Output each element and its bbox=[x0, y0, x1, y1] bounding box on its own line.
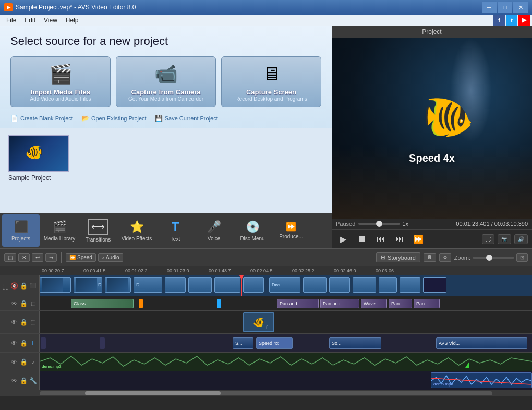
timeline-undo-button[interactable]: ↩ bbox=[32, 253, 43, 262]
fit-timeline-button[interactable]: ⊡ bbox=[516, 253, 528, 262]
audio-button[interactable]: ♪ Audio bbox=[98, 253, 123, 262]
text-clip-s[interactable]: S... bbox=[233, 337, 253, 349]
text-track-row: 👁 🔒 T S... Speed 4x So... AVS Vid... bbox=[0, 334, 532, 353]
effect-pan4[interactable]: Pan ... bbox=[414, 299, 440, 308]
twitter-icon[interactable]: t bbox=[506, 15, 517, 26]
import-title: Import Media Files bbox=[15, 88, 106, 96]
audio-track-visibility[interactable]: 👁 bbox=[10, 358, 18, 366]
video-clip-10[interactable] bbox=[329, 277, 350, 293]
fish-overlay-clip[interactable]: 🐠fi... bbox=[243, 312, 274, 332]
close-button[interactable]: ✕ bbox=[513, 2, 528, 13]
text-track-lock[interactable]: 🔒 bbox=[19, 339, 28, 347]
track-options-button[interactable]: ⚙ bbox=[439, 253, 451, 262]
stop-button[interactable]: ⏹ bbox=[355, 232, 369, 246]
video-clip-divi[interactable]: Divi... bbox=[269, 277, 300, 293]
video-clip-2[interactable]: D... bbox=[74, 277, 102, 293]
text-clip-so[interactable]: So... bbox=[329, 337, 381, 349]
open-existing-link[interactable]: 📂 Open Existing Project bbox=[81, 115, 147, 122]
audio-track-2-type[interactable]: 🔧 bbox=[29, 377, 37, 385]
video-clip-5[interactable] bbox=[165, 277, 186, 293]
overlay-track-lock[interactable]: 🔒 bbox=[19, 318, 28, 327]
minimize-button[interactable]: ─ bbox=[482, 2, 497, 13]
audio-track-2-lock[interactable]: 🔒 bbox=[19, 377, 28, 385]
video-clip-13[interactable] bbox=[400, 277, 420, 293]
effect-pan3[interactable]: Pan ... bbox=[389, 299, 412, 308]
clip-thumb-1 bbox=[42, 278, 63, 292]
video-track-lock[interactable]: 🔒 bbox=[19, 282, 28, 290]
speed-button[interactable]: ⏩ Speed bbox=[66, 253, 96, 262]
speed-slider-track[interactable] bbox=[358, 223, 400, 225]
create-blank-link[interactable]: 📄 Create Blank Project bbox=[10, 115, 73, 122]
video-clip-12[interactable] bbox=[379, 277, 397, 293]
overlay-track-type[interactable]: ⬚ bbox=[29, 318, 37, 327]
video-clip-1[interactable] bbox=[40, 277, 71, 293]
fullscreen-button[interactable]: ⛶ bbox=[482, 234, 494, 244]
video-effects-tool-button[interactable]: ⭐ Video Effects bbox=[118, 214, 155, 247]
menu-edit[interactable]: Edit bbox=[20, 16, 40, 25]
audio-track-type[interactable]: ♪ bbox=[29, 358, 37, 366]
text-track-type[interactable]: T bbox=[29, 339, 37, 347]
video-track-expand[interactable]: ⬛ bbox=[29, 282, 37, 290]
video-clip-14[interactable] bbox=[423, 277, 446, 293]
effect-pan1[interactable]: Pan and... bbox=[277, 299, 319, 308]
storyboard-button[interactable]: ⊞ Storyboard bbox=[376, 252, 420, 262]
menu-help[interactable]: Help bbox=[62, 16, 83, 25]
scroll-thumb[interactable] bbox=[85, 391, 221, 395]
effect-wave[interactable]: Wave bbox=[361, 299, 387, 308]
produce-tool-button[interactable]: ⏩ Produce... bbox=[272, 214, 310, 247]
effects-track-type[interactable]: ⬚ bbox=[29, 299, 37, 308]
text-clip-speed[interactable]: Speed 4x bbox=[256, 337, 293, 349]
clip-thumb-2 bbox=[76, 278, 97, 292]
video-clip-9[interactable] bbox=[303, 277, 327, 293]
audio-clip-selected[interactable]: demo.mp3 bbox=[431, 372, 532, 388]
video-clip-6[interactable] bbox=[188, 277, 212, 293]
capture-screen-card[interactable]: 🖥 Capture Screen Record Desktop and Prog… bbox=[221, 56, 321, 107]
effect-pan2[interactable]: Pan and... bbox=[320, 299, 359, 308]
effect-glass[interactable]: Glass... bbox=[71, 299, 134, 308]
transitions-tool-button[interactable]: ⟷ Transitions bbox=[79, 214, 117, 247]
voice-tool-button[interactable]: 🎤 Voice bbox=[195, 214, 233, 247]
prev-frame-button[interactable]: ⏮ bbox=[373, 232, 388, 246]
disc-menu-tool-button[interactable]: 💿 Disc Menu bbox=[234, 214, 271, 247]
timeline-right-controls: ⊞ Storyboard 🎚 ⚙ Zoom: ⊡ bbox=[376, 252, 528, 262]
effects-track-visibility[interactable]: 👁 bbox=[10, 299, 18, 308]
zoom-thumb[interactable] bbox=[486, 255, 492, 261]
projects-tool-button[interactable]: ⬛ Projects bbox=[2, 214, 40, 247]
video-track-mute[interactable]: 🔇 bbox=[10, 282, 18, 290]
menu-file[interactable]: File bbox=[2, 16, 20, 25]
snapshot-button[interactable]: 📷 bbox=[498, 234, 511, 244]
volume-button[interactable]: 🔊 bbox=[514, 234, 528, 244]
import-media-card[interactable]: 🎬 Import Media Files Add Video and Audio… bbox=[10, 56, 111, 107]
capture-camera-card[interactable]: 📹 Capture from Camera Get Your Media fro… bbox=[116, 56, 216, 107]
facebook-icon[interactable]: f bbox=[493, 15, 505, 26]
maximize-button[interactable]: □ bbox=[498, 2, 512, 13]
overlay-track-visibility[interactable]: 👁 bbox=[10, 318, 18, 327]
media-library-tool-button[interactable]: 🎬 Media Library bbox=[41, 214, 78, 247]
video-clip-3[interactable] bbox=[105, 277, 131, 293]
sample-project-item[interactable]: 🐠 Sample Project bbox=[8, 135, 69, 182]
youtube-icon[interactable]: ▶ bbox=[518, 15, 530, 26]
video-clip-8[interactable] bbox=[243, 277, 264, 293]
zoom-slider[interactable] bbox=[473, 257, 514, 259]
timeline-delete-button[interactable]: ✕ bbox=[18, 253, 30, 262]
save-project-link[interactable]: 💾 Save Current Project bbox=[155, 115, 218, 122]
timeline-select-button[interactable]: ⬚ bbox=[4, 253, 16, 262]
scroll-track[interactable] bbox=[40, 391, 492, 395]
text-clip-avs[interactable]: AVS Vid... bbox=[436, 337, 527, 349]
effects-track-lock[interactable]: 🔒 bbox=[19, 299, 28, 308]
effects-track-row: 👁 🔒 ⬚ Glass... Pan and... Pan and... Wav… bbox=[0, 296, 532, 311]
timeline-redo-button[interactable]: ↪ bbox=[45, 253, 57, 262]
skip-forward-button[interactable]: ⏩ bbox=[411, 232, 426, 246]
speed-slider-thumb[interactable] bbox=[376, 221, 382, 227]
video-clip-4[interactable]: D... bbox=[134, 277, 162, 293]
video-clip-11[interactable] bbox=[353, 277, 376, 293]
audio-track-2-visibility[interactable]: 👁 bbox=[10, 377, 18, 385]
play-button[interactable]: ▶ bbox=[336, 232, 350, 246]
video-clip-7[interactable] bbox=[214, 277, 240, 293]
text-tool-button[interactable]: T Text bbox=[156, 214, 194, 247]
menu-view[interactable]: View bbox=[40, 16, 62, 25]
text-track-visibility[interactable]: 👁 bbox=[10, 339, 18, 347]
next-frame-button[interactable]: ⏭ bbox=[392, 232, 407, 246]
audio-mix-button[interactable]: 🎚 bbox=[424, 253, 436, 262]
audio-track-lock[interactable]: 🔒 bbox=[19, 358, 28, 366]
